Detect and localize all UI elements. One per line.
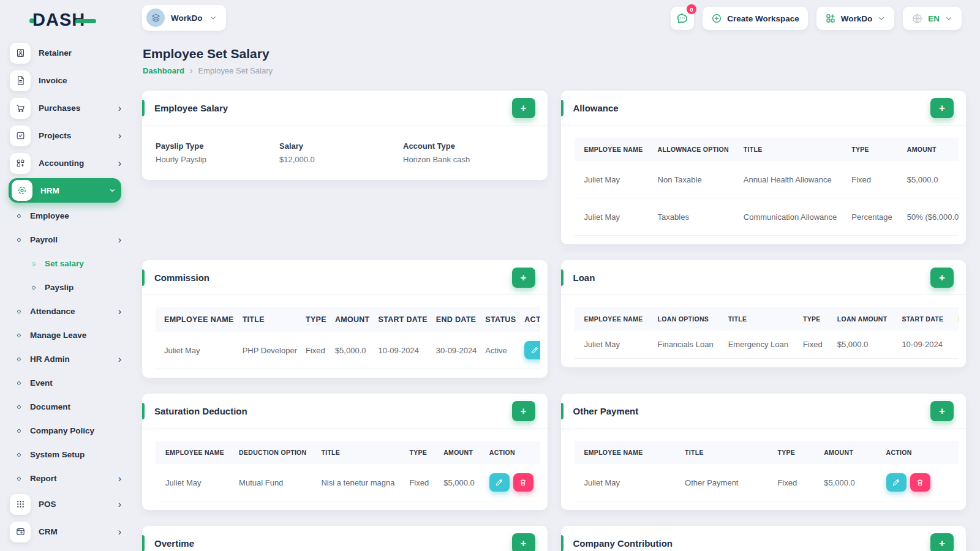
delete-button[interactable] xyxy=(910,473,930,492)
trash-icon xyxy=(519,478,527,487)
chevron-right-icon: › xyxy=(118,354,121,364)
sidebar-item-report[interactable]: Report› xyxy=(0,467,130,490)
field-payslip-type: Payslip TypeHourly Payslip xyxy=(156,141,279,164)
table-cell: 10-09-2024 xyxy=(374,332,432,369)
bullet-icon xyxy=(17,237,21,242)
bullet-icon xyxy=(17,428,21,433)
card-title: Employee Salary xyxy=(154,103,228,113)
data-table: EMPLOYEE NAMEDEDUCTION OPTIONTITLETYPEAM… xyxy=(156,441,540,501)
column-header-employee-name: EMPLOYEE NAME xyxy=(156,441,232,464)
sidebar-item-label: CRM xyxy=(39,527,118,536)
sidebar-item-invoice[interactable]: Invoice xyxy=(0,67,130,94)
column-header-deduction-option: DEDUCTION OPTION xyxy=(232,441,314,464)
table-cell: Fixed xyxy=(796,331,830,359)
table-cell: Communication Allowance xyxy=(736,198,844,236)
column-header-amount: AMOUNT xyxy=(436,441,482,464)
language-selector[interactable]: EN xyxy=(903,7,962,30)
column-header-title: TITLE xyxy=(736,138,844,161)
table-cell: Percentage xyxy=(844,198,900,236)
sidebar-item-hr-admin[interactable]: HR Admin› xyxy=(0,347,130,371)
column-header-title: TITLE xyxy=(677,441,770,464)
sidebar-item-accounting[interactable]: Accounting› xyxy=(0,149,130,177)
column-header-action: ACTION xyxy=(482,441,540,464)
employee-salary-card: Employee Salary + Payslip TypeHourly Pay… xyxy=(142,91,548,180)
edit-button[interactable] xyxy=(886,473,907,492)
table-cell: Fixed xyxy=(844,161,900,198)
bullet-icon xyxy=(17,404,21,409)
language-label: EN xyxy=(928,14,940,23)
create-workspace-button[interactable]: Create Workspace xyxy=(703,7,808,30)
table-cell: Juliet May xyxy=(156,464,232,501)
sidebar-item-company-policy[interactable]: Company Policy xyxy=(0,419,130,443)
sidebar-item-document[interactable]: Document xyxy=(0,395,130,419)
column-header-title: TITLE xyxy=(721,307,796,331)
accounting-icon xyxy=(10,153,31,174)
sidebar-item-manage-leave[interactable]: Manage Leave xyxy=(0,323,130,347)
table-cell: Financials Loan xyxy=(650,331,721,359)
column-header-end-date: END DATE xyxy=(432,307,481,332)
other-payment-card: Other Payment + EMPLOYEE NAMETITLETYPEAM… xyxy=(561,394,967,510)
sidebar-item-hrm[interactable]: HRM› xyxy=(9,178,121,203)
sidebar-item-label: Purchases xyxy=(39,103,118,113)
table-cell: $5,000.0 xyxy=(816,464,878,501)
column-header-amount: AMOUNT xyxy=(900,138,959,161)
delete-button[interactable] xyxy=(513,473,533,492)
sidebar-item-crm[interactable]: CRM› xyxy=(0,518,130,545)
invoice-icon xyxy=(10,70,31,91)
action-cell xyxy=(482,464,540,501)
logo-dash-icon xyxy=(75,19,96,23)
chevron-right-icon: › xyxy=(118,527,121,537)
card-title: Other Payment xyxy=(573,406,639,416)
breadcrumb-separator: › xyxy=(190,66,193,75)
sidebar-item-purchases[interactable]: Purchases› xyxy=(0,94,130,122)
table-cell: $5,000.0 xyxy=(331,332,374,369)
add-other-payment-button[interactable]: + xyxy=(930,401,954,421)
edit-button[interactable] xyxy=(489,473,510,492)
column-header-type: TYPE xyxy=(301,307,331,332)
sidebar-item-employee[interactable]: Employee xyxy=(0,204,130,228)
table-cell: Fixed xyxy=(402,464,436,501)
column-header-action: ACTION xyxy=(520,307,540,332)
add-loan-button[interactable]: + xyxy=(930,268,954,288)
app-logo[interactable]: DASH xyxy=(29,10,96,30)
sidebar-item-pos[interactable]: POS› xyxy=(0,490,130,518)
sidebar-item-event[interactable]: Event xyxy=(0,371,130,395)
workspace-name: WorkDo xyxy=(171,13,203,23)
add-overtime-button[interactable]: + xyxy=(512,533,535,551)
add-saturation-deduction-button[interactable]: + xyxy=(512,401,535,421)
table-cell: Juliet May xyxy=(156,332,238,369)
pencil-icon xyxy=(530,346,539,354)
sidebar-item-attendance[interactable]: Attendance› xyxy=(0,299,130,323)
card-header: Loan + xyxy=(561,260,967,295)
card-header: Overtime + xyxy=(142,526,548,551)
sidebar-item-payslip[interactable]: Payslip xyxy=(0,276,130,299)
sidebar-item-label: HRM xyxy=(40,186,111,195)
add-commission-button[interactable]: + xyxy=(512,268,535,288)
sidebar-item-retainer[interactable]: Retainer xyxy=(0,39,130,67)
breadcrumb-dashboard-link[interactable]: Dashboard xyxy=(143,66,184,75)
card-title: Overtime xyxy=(154,538,194,549)
sidebar-item-system-setup[interactable]: System Setup xyxy=(0,443,130,467)
sidebar-item-set-salary[interactable]: Set salary xyxy=(0,252,130,276)
sidebar-item-projects[interactable]: Projects› xyxy=(0,122,130,149)
sidebar-item-payroll[interactable]: Payroll› xyxy=(0,228,130,252)
workspace-menu-button[interactable]: WorkDo xyxy=(816,7,895,30)
chevron-right-icon: › xyxy=(118,235,121,245)
messages-button[interactable]: 0 xyxy=(671,7,694,30)
add-company-contribution-button[interactable]: + xyxy=(930,533,954,551)
commission-table: EMPLOYEE NAMETITLETYPEAMOUNTSTART DATEEN… xyxy=(156,307,540,369)
card-title: Loan xyxy=(573,272,595,283)
edit-button[interactable] xyxy=(524,341,540,359)
field-label: Payslip Type xyxy=(156,141,279,151)
add-employee-salary-button[interactable]: + xyxy=(512,98,535,118)
field-value: $12,000.0 xyxy=(279,155,403,164)
add-allowance-button[interactable]: + xyxy=(930,98,954,118)
workspace-selector[interactable]: WorkDo xyxy=(142,5,226,31)
crm-icon xyxy=(10,522,31,542)
globe-icon xyxy=(911,13,923,24)
table-cell: Nisi a tenetur magna xyxy=(314,464,402,501)
trash-icon xyxy=(916,478,924,487)
chevron-down-icon: › xyxy=(107,189,117,192)
field-value: Horizon Bank cash xyxy=(403,155,535,164)
sidebar-item-label: Payslip xyxy=(45,283,121,292)
